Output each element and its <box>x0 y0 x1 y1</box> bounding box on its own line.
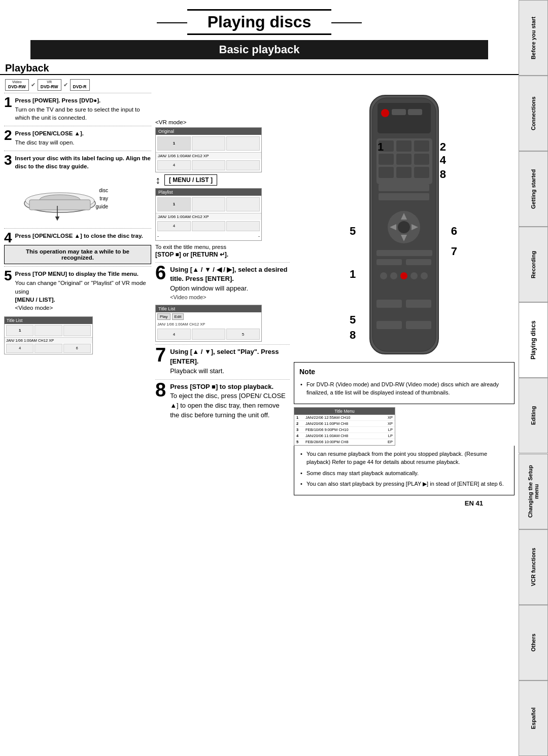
remote-num-4: 4 <box>440 154 446 167</box>
ss-cell-2 <box>35 325 62 336</box>
remote-num-7: 7 <box>451 245 457 258</box>
svg-rect-19 <box>396 167 412 178</box>
svg-rect-22 <box>379 193 429 200</box>
svg-rect-31 <box>406 259 431 265</box>
note-item-1: For DVD-R (Video mode) and DVD-RW (Video… <box>299 380 509 397</box>
ss-bottom-left: 4 6 <box>5 343 92 354</box>
svg-point-36 <box>410 272 418 279</box>
ss-cell-1: 1 <box>6 325 33 336</box>
remote-num-5b: 5 <box>350 313 356 327</box>
svg-point-34 <box>390 272 397 279</box>
format-badges-row: Video DVD-RW ✔ VR DVD-RW ✔ DVD-R <box>0 77 519 93</box>
tls-header: Title List <box>156 305 261 312</box>
step-8-mid: 8 Press [STOP ■] to stop playback. To ej… <box>155 382 290 420</box>
pl-extra-3: - <box>258 234 260 239</box>
tls-grid: 4 5 <box>156 328 261 341</box>
note-item-4: You can also start playback by pressing … <box>299 480 509 488</box>
step-5-content: Press [TOP MENU] to display the Title me… <box>15 270 151 312</box>
sep-step8 <box>155 379 290 380</box>
svg-rect-21 <box>379 184 429 191</box>
tms-row-5: 5 FEB/28/06 10:00PM CH8 EP <box>294 439 395 445</box>
svg-point-35 <box>400 272 407 279</box>
ss-header-left: Title List <box>5 317 92 324</box>
tms-num-3: 3 <box>296 427 303 432</box>
sidebar-tab-changing-setup[interactable]: Changing the Setup menu <box>519 454 548 529</box>
remote-svg <box>357 93 451 356</box>
svg-rect-42 <box>376 321 402 329</box>
tls-cell-6: 5 <box>226 329 260 340</box>
tls-edit-btn: Edit <box>172 313 184 320</box>
pl-cell-2 <box>192 197 225 211</box>
ss-bc-1: 4 <box>6 344 33 353</box>
disc-tray-illustration: disc tray guide <box>14 175 111 226</box>
three-col-layout: 1 Press [POWER]. Press [DVD●]. Turn on t… <box>0 93 519 495</box>
format-badge-dvdrw: Video DVD-RW <box>5 79 29 91</box>
sidebar-tab-getting-started[interactable]: Getting started <box>519 151 548 227</box>
sidebar-tab-editing[interactable]: Editing <box>519 378 548 453</box>
remote-control: 1 2 4 8 5 6 7 1 5 8 <box>357 93 451 358</box>
svg-rect-29 <box>376 250 432 256</box>
orig-bc-2 <box>192 160 225 170</box>
remote-num-1b: 1 <box>350 268 356 281</box>
remote-num-6: 6 <box>451 225 457 238</box>
sidebar-tab-others[interactable]: Others <box>519 605 548 680</box>
tms-num-4: 4 <box>296 434 303 438</box>
original-screen-footer: JAN/ 1/06 1:00AM CH12 XP <box>156 152 261 159</box>
title-list-screen: Title List Play Edit JAN/ 1/06 1:00AM CH… <box>155 305 262 342</box>
tms-text-2: JAN/20/06 11:00PM CH8 <box>305 421 380 426</box>
sidebar-tab-connections[interactable]: Connections <box>519 76 548 151</box>
exit-instruction: To exit the title menu, press <box>155 244 290 250</box>
svg-point-37 <box>421 272 428 279</box>
playlist-screen-header: Playlist <box>156 189 261 196</box>
main-title-bar: Playing discs <box>0 0 519 40</box>
tls-cell-4: 4 <box>157 329 191 340</box>
orig-bc-3 <box>226 160 260 170</box>
tms-num-2: 2 <box>296 421 303 426</box>
sidebar-tab-vcr[interactable]: VCR functions <box>519 529 548 605</box>
step-2-content: Press [OPEN/CLOSE ▲]. The disc tray will… <box>15 129 151 148</box>
svg-point-24 <box>398 221 410 233</box>
sep-step6 <box>155 262 290 263</box>
svg-rect-30 <box>376 259 402 265</box>
ss-cell-3 <box>63 325 91 336</box>
main-title: Playing discs <box>187 9 332 35</box>
svg-rect-18 <box>379 167 394 178</box>
sidebar-tab-playing-discs[interactable]: Playing discs <box>519 302 548 378</box>
tms-text-1: JAN/22/06 12:55AM CH10 <box>305 415 380 420</box>
playlist-screen-bottom: 4 <box>156 220 261 233</box>
note-list-2: You can resume playback from the point y… <box>299 450 509 488</box>
arrow-icon: ↕ <box>155 174 160 186</box>
original-screen-header: Original <box>156 128 261 135</box>
step-2-block: 2 Press [OPEN/CLOSE ▲]. The disc tray wi… <box>4 126 151 150</box>
ss-bc-3: 6 <box>63 344 91 353</box>
tms-mode-5: EP <box>382 440 393 444</box>
pl-extra-2 <box>161 234 256 239</box>
sidebar: Before you start Connections Getting sta… <box>519 0 548 756</box>
sidebar-tab-espanol[interactable]: Español <box>519 680 548 756</box>
step-7-mid: 7 Using [▲ / ▼], select "Play". Press [E… <box>155 347 290 376</box>
small-title-list-screen-left: Title List 1 JAN/ 1/06 1:00AM CH12 XP 4 … <box>4 316 93 354</box>
sidebar-tab-before-you-start[interactable]: Before you start <box>519 0 548 76</box>
right-column: 1 2 4 8 5 6 7 1 5 8 Note For DVD-R (Vide… <box>294 93 515 495</box>
page-wrapper: Before you start Connections Getting sta… <box>0 0 548 756</box>
sep-step7 <box>155 344 290 345</box>
remote-num-2: 2 <box>440 140 446 154</box>
tms-num-1: 1 <box>296 415 303 420</box>
tms-row-1: 1 JAN/22/06 12:55AM CH10 XP <box>294 415 395 421</box>
original-screen-bottom: 4 <box>156 159 261 172</box>
stop-return-label: [STOP ■] or [RETURN ↵]. <box>155 251 290 258</box>
tms-text-4: JAN/20/06 11:00AM CH8 <box>305 434 380 438</box>
tms-mode-2: XP <box>382 421 393 426</box>
original-screen-grid: 1 <box>156 135 261 152</box>
pl-cell-1: 1 <box>157 197 191 211</box>
note-box: Note For DVD-R (Video mode) and DVD-RW (… <box>294 362 515 404</box>
playback-heading: Playback <box>5 62 49 74</box>
menu-list-label: [ MENU / LIST ] <box>164 174 217 186</box>
note-list: For DVD-R (Video mode) and DVD-RW (Video… <box>299 380 509 397</box>
step-8-number: 8 <box>155 380 166 400</box>
note-item-2: You can resume playback from the point y… <box>299 450 509 466</box>
step-3-content: Insert your disc with its label facing u… <box>15 154 151 171</box>
step-7-content: Using [▲ / ▼], select "Play". Press [ENT… <box>170 347 290 376</box>
remote-num-1: 1 <box>378 140 384 154</box>
sidebar-tab-recording[interactable]: Recording <box>519 227 548 302</box>
